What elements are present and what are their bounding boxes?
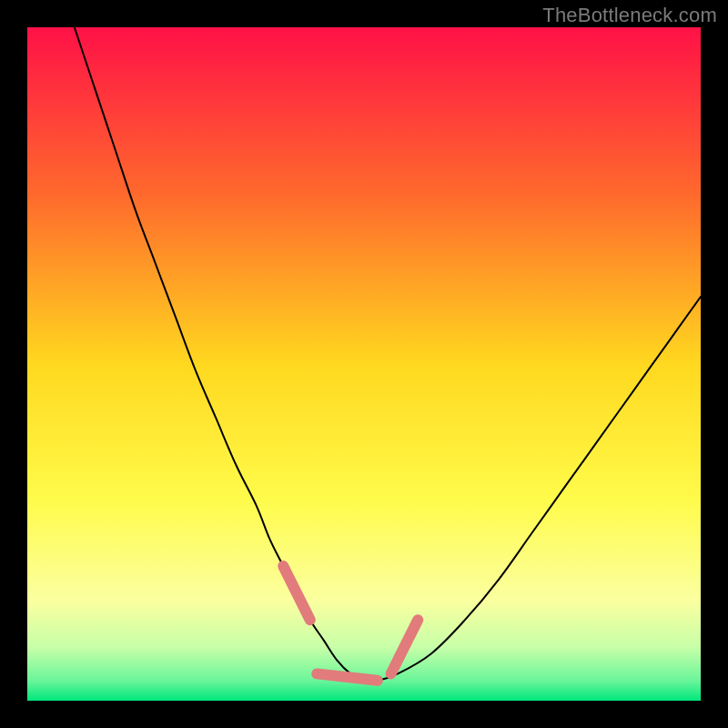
chart-stage: TheBottleneck.com [0,0,728,728]
bottom-highlight-seg-1 [317,673,378,680]
chart-background [27,27,701,701]
watermark-text: TheBottleneck.com [542,4,717,27]
plot-area [27,27,701,701]
chart-svg [27,27,701,701]
